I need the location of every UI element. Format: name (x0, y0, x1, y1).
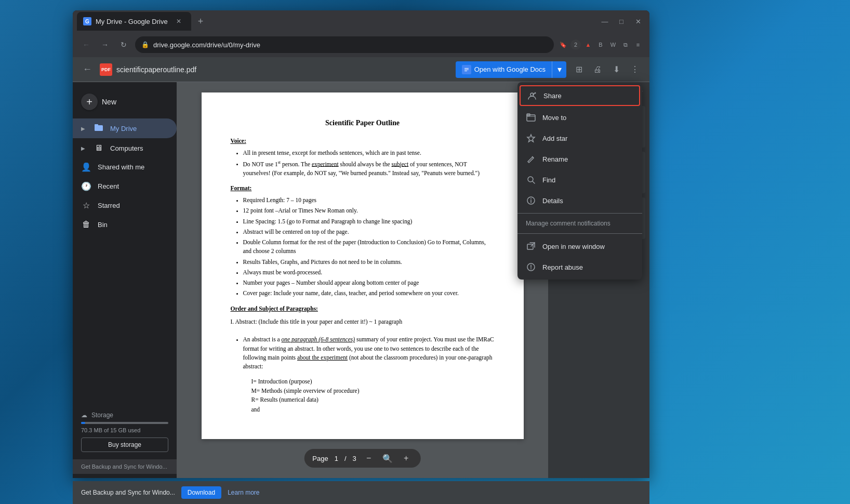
reload-button[interactable]: ↻ (116, 37, 131, 52)
share-icon (527, 90, 537, 101)
pdf-title: Scientific Paper Outline (231, 117, 495, 128)
close-button[interactable]: ✕ (631, 14, 645, 29)
download-button[interactable]: ⬇ (608, 61, 625, 78)
details-icon (526, 195, 536, 206)
share-menu-item[interactable]: Share (520, 85, 640, 106)
rename-menu-item[interactable]: Rename (517, 149, 642, 169)
move-to-menu-item[interactable]: Move to (517, 107, 642, 128)
details-label: Details (542, 197, 563, 205)
docs-icon (462, 65, 471, 74)
abstract-r: R= Results (numerical data) (231, 395, 495, 404)
sidebar-item-computers[interactable]: ▶ 🖥 Computers (73, 139, 177, 157)
maximize-button[interactable]: □ (614, 14, 629, 29)
active-tab[interactable]: G My Drive - Google Drive ✕ (77, 12, 191, 31)
extension-icons: 🔖 2 ▲ B W ⧉ ≡ (558, 39, 643, 50)
storage-bar-fill (81, 422, 85, 424)
move-to-icon (526, 112, 536, 123)
report-abuse-item[interactable]: Report abuse (517, 257, 642, 277)
abstract-desc: An abstract is a one paragraph (6-8 sent… (243, 335, 495, 371)
voice-list: All in present tense, except for methods… (231, 149, 495, 178)
new-tab-button[interactable]: + (193, 14, 208, 29)
new-button[interactable]: + New (73, 88, 177, 115)
starred-icon: ☆ (81, 201, 91, 210)
format-item-5: Double Column format for the rest of the… (243, 238, 495, 256)
minimize-button[interactable]: — (597, 14, 612, 29)
forward-button[interactable]: → (98, 37, 112, 52)
cast-button[interactable]: ⊞ (570, 61, 587, 78)
order-title: Order and Subject of Paragraphs: (231, 304, 495, 313)
file-name: scientificpaperoutline.pdf (116, 65, 451, 74)
context-menu: Share Move to Add star (517, 82, 642, 280)
details-menu-item[interactable]: Details (517, 190, 642, 211)
brave-shields-icon[interactable]: 2 (570, 39, 581, 50)
menu-button[interactable]: ≡ (633, 39, 643, 50)
share-label: Share (543, 92, 562, 100)
sidebar: + New ▶ My Drive ▶ 🖥 Computers 👤 (73, 82, 177, 478)
svg-rect-2 (464, 69, 469, 70)
format-section: Format: Required Length: 7 – 10 pages 12… (231, 184, 495, 298)
svg-rect-3 (464, 71, 467, 71)
download-bar-button[interactable]: Download (181, 486, 221, 499)
rename-label: Rename (542, 155, 568, 163)
pdf-file-icon: PDF (100, 63, 112, 76)
buy-storage-button[interactable]: Buy storage (81, 437, 168, 452)
zoom-in-button[interactable]: + (400, 452, 413, 465)
extension-2-icon[interactable]: W (608, 39, 618, 50)
bookmark-icon[interactable]: 🔖 (558, 39, 568, 50)
address-text: drive.google.com/drive/u/0/my-drive (153, 41, 548, 49)
storage-section: ☁ Storage 70.3 MB of 15 GB used Buy stor… (73, 405, 177, 458)
sidebar-item-starred[interactable]: ☆ Starred (73, 196, 177, 215)
back-button[interactable]: ← (79, 37, 94, 52)
find-menu-item[interactable]: Find (517, 169, 642, 190)
address-input-wrapper[interactable]: 🔒 drive.google.com/drive/u/0/my-drive (135, 36, 554, 53)
tab-title: My Drive - Google Drive (96, 18, 168, 25)
storage-used-text: 70.3 MB of 15 GB used (81, 427, 168, 433)
viewer-toolbar: ← PDF scientificpaperoutline.pdf Open wi… (73, 57, 649, 82)
shared-icon: 👤 (81, 162, 91, 172)
find-icon (526, 175, 536, 185)
sidebar-item-shared[interactable]: 👤 Shared with me (73, 158, 177, 176)
zoom-button[interactable]: 🔍 (381, 452, 394, 465)
svg-point-21 (530, 269, 532, 270)
computers-expand-icon: ▶ (81, 145, 85, 151)
extensions-button[interactable]: ⧉ (620, 39, 631, 50)
abstract-list: An abstract is a one paragraph (6-8 sent… (231, 335, 495, 371)
format-item-8: Number your pages – Number should appear… (243, 278, 495, 287)
storage-label: ☁ Storage (81, 412, 168, 419)
learn-more-button[interactable]: Learn more (228, 489, 259, 496)
sidebar-shared-label: Shared with me (98, 163, 144, 171)
tab-close-button[interactable]: ✕ (174, 17, 183, 26)
format-item-7: Always must be word-processed. (243, 268, 495, 277)
sidebar-item-recent[interactable]: 🕐 Recent (73, 177, 177, 195)
browser-window: G My Drive - Google Drive ✕ + — □ ✕ ← → … (73, 10, 649, 478)
manage-notifications-item[interactable]: Manage comment notifications (517, 216, 642, 231)
total-pages: 3 (353, 455, 356, 462)
format-item-3: Line Spacing: 1.5 (go to Format and Para… (243, 217, 495, 226)
sidebar-item-my-drive[interactable]: ▶ My Drive (73, 118, 177, 138)
computers-icon: 🖥 (94, 143, 104, 153)
print-button[interactable]: 🖨 (589, 61, 606, 78)
svg-point-16 (530, 198, 532, 200)
menu-divider-2 (517, 233, 642, 234)
format-item-6: Results Tables, Graphs, and Pictures do … (243, 258, 495, 267)
extension-1-icon[interactable]: B (595, 39, 606, 50)
pdf-page: Scientific Paper Outline Voice: All in p… (202, 92, 524, 439)
open-new-window-label: Open in new window (542, 243, 605, 250)
more-actions-button[interactable]: ⋮ (627, 61, 643, 78)
open-with-dropdown-button[interactable]: ▾ (552, 61, 566, 78)
open-with-button[interactable]: Open with Google Docs (456, 61, 552, 78)
bin-icon: 🗑 (81, 220, 91, 229)
voice-item-1: All in present tense, except for methods… (243, 149, 495, 157)
recent-icon: 🕐 (81, 181, 91, 191)
viewer-back-button[interactable]: ← (79, 61, 96, 78)
brave-rewards-icon[interactable]: ▲ (583, 39, 593, 50)
tab-favicon: G (83, 17, 91, 25)
report-icon (526, 262, 536, 272)
pdf-viewer-area[interactable]: Scientific Paper Outline Voice: All in p… (177, 82, 548, 478)
rename-icon (526, 154, 536, 164)
format-item-9: Cover page: Include your name, date, cla… (243, 289, 495, 298)
open-new-window-item[interactable]: Open in new window (517, 236, 642, 257)
sidebar-item-bin[interactable]: 🗑 Bin (73, 216, 177, 233)
zoom-out-button[interactable]: − (363, 452, 375, 465)
add-star-menu-item[interactable]: Add star (517, 128, 642, 149)
